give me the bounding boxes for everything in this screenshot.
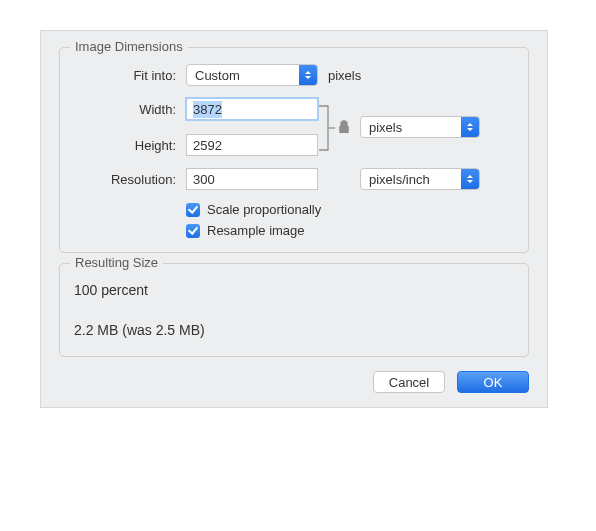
ok-button-label: OK bbox=[484, 375, 503, 390]
height-field[interactable]: 2592 bbox=[186, 134, 318, 156]
resolution-label: Resolution: bbox=[74, 172, 186, 187]
result-size: 2.2 MB (was 2.5 MB) bbox=[74, 322, 514, 338]
chevron-updown-icon bbox=[461, 169, 479, 189]
checkmark-icon bbox=[186, 224, 200, 238]
wh-unit-value: pixels bbox=[369, 120, 402, 135]
wh-unit-dropdown[interactable]: pixels bbox=[360, 116, 480, 138]
result-percent: 100 percent bbox=[74, 282, 514, 298]
image-size-dialog: Image Dimensions Fit into: Custom pixels… bbox=[40, 30, 548, 408]
lock-icon[interactable] bbox=[336, 118, 352, 136]
fit-into-value: Custom bbox=[195, 68, 240, 83]
resample-image-checkbox[interactable]: Resample image bbox=[186, 223, 514, 238]
cancel-button-label: Cancel bbox=[389, 375, 429, 390]
chevron-updown-icon bbox=[461, 117, 479, 137]
checkmark-icon bbox=[186, 203, 200, 217]
fit-into-dropdown[interactable]: Custom bbox=[186, 64, 318, 86]
fit-into-row: Fit into: Custom pixels bbox=[74, 64, 514, 86]
resolution-value: 300 bbox=[193, 172, 215, 187]
resulting-size-title: Resulting Size bbox=[70, 255, 163, 270]
resolution-row: Resolution: 300 pixels/inch bbox=[74, 168, 514, 190]
fit-into-unit: pixels bbox=[328, 68, 361, 83]
height-value: 2592 bbox=[193, 138, 222, 153]
chevron-updown-icon bbox=[299, 65, 317, 85]
image-dimensions-group: Image Dimensions Fit into: Custom pixels… bbox=[59, 47, 529, 253]
width-label: Width: bbox=[74, 102, 186, 117]
dialog-buttons: Cancel OK bbox=[59, 371, 529, 393]
cancel-button[interactable]: Cancel bbox=[373, 371, 445, 393]
scale-proportionally-label: Scale proportionally bbox=[207, 202, 321, 217]
ok-button[interactable]: OK bbox=[457, 371, 529, 393]
width-field[interactable]: 3872 bbox=[186, 98, 318, 120]
resolution-unit-dropdown[interactable]: pixels/inch bbox=[360, 168, 480, 190]
width-height-block: Width: 3872 Height: 2592 bbox=[74, 98, 514, 156]
resulting-size-group: Resulting Size 100 percent 2.2 MB (was 2… bbox=[59, 263, 529, 357]
link-bracket bbox=[318, 100, 336, 156]
fit-into-label: Fit into: bbox=[74, 68, 186, 83]
svg-rect-0 bbox=[339, 126, 349, 133]
width-value: 3872 bbox=[193, 101, 222, 118]
resample-image-label: Resample image bbox=[207, 223, 305, 238]
resolution-field[interactable]: 300 bbox=[186, 168, 318, 190]
image-dimensions-title: Image Dimensions bbox=[70, 39, 188, 54]
height-label: Height: bbox=[74, 138, 186, 153]
resolution-unit-value: pixels/inch bbox=[369, 172, 430, 187]
scale-proportionally-checkbox[interactable]: Scale proportionally bbox=[186, 202, 514, 217]
